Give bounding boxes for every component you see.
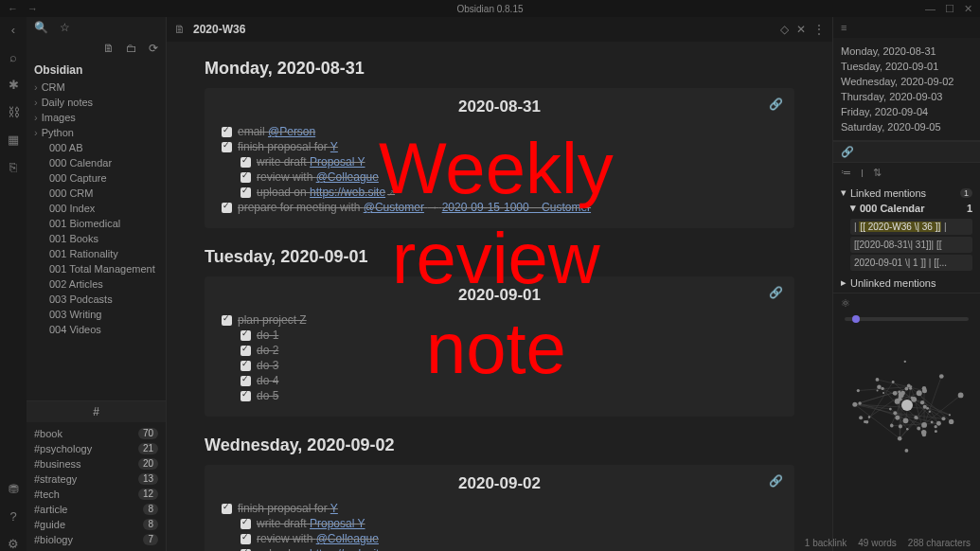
outline-item[interactable]: Monday, 2020-08-31	[841, 44, 972, 59]
embed-link-icon[interactable]: 🔗	[769, 474, 783, 488]
embed-block: 🔗2020-08-31email @Personfinish proposal …	[205, 88, 794, 228]
task-checkbox[interactable]	[241, 187, 251, 198]
outline-item[interactable]: Thursday, 2020-09-03	[841, 89, 972, 104]
task-checkbox[interactable]	[222, 203, 232, 213]
quick-open-icon[interactable]: ⌕	[9, 50, 17, 64]
tree-file[interactable]: 000 CRM	[27, 186, 166, 201]
template-icon[interactable]: ⎘	[9, 160, 17, 174]
tree-folder[interactable]: Python	[27, 125, 166, 140]
tree-file[interactable]: 001 Rationality	[27, 246, 166, 261]
window-max-icon[interactable]: ☐	[945, 3, 954, 15]
outline-item[interactable]: Friday, 2020-09-04	[841, 104, 972, 119]
task-checkbox[interactable]	[241, 376, 251, 386]
internal-link[interactable]: https://web.site	[310, 186, 385, 199]
tree-file[interactable]: 001 Biomedical	[27, 216, 166, 231]
graph-panel[interactable]: ⚛	[833, 293, 980, 551]
internal-link[interactable]: Proposal Y	[310, 517, 365, 530]
local-graph[interactable]	[833, 325, 980, 467]
settings-icon[interactable]: ⚙	[8, 537, 19, 551]
task-checkbox[interactable]	[241, 391, 251, 401]
tree-file[interactable]: 002 Articles	[27, 276, 166, 292]
tree-file[interactable]: 004 Videos	[27, 322, 166, 337]
window-min-icon[interactable]: —	[925, 3, 935, 15]
mention-match[interactable]: [[2020-08-31\| 31]]| [[	[850, 237, 972, 253]
internal-link[interactable]: 2020-09-15-1000 – Customer	[442, 201, 591, 214]
mention-match[interactable]: | [[ 2020-W36 \| 36 ]] |	[850, 219, 972, 235]
backlink-icon[interactable]: 🔗	[841, 146, 854, 158]
outline-item[interactable]: Saturday, 2020-09-05	[841, 119, 972, 134]
graph-config-icon[interactable]: ⚛	[841, 297, 850, 310]
tag-item[interactable]: #business20	[27, 456, 166, 471]
mention-file[interactable]: ▾000 Calendar 1	[841, 199, 972, 217]
tag-item[interactable]: #book70	[27, 426, 166, 441]
forward-icon[interactable]: →	[27, 3, 38, 14]
tree-folder[interactable]: Daily notes	[27, 95, 166, 110]
task-checkbox[interactable]	[241, 519, 251, 529]
tree-folder[interactable]: CRM	[27, 80, 166, 95]
embed-link-icon[interactable]: 🔗	[769, 98, 783, 111]
unlinked-mentions-header[interactable]: ▸Unlinked mentions	[841, 276, 972, 289]
tree-folder[interactable]: Images	[27, 110, 166, 125]
tag-item[interactable]: #article8	[27, 502, 166, 517]
internal-link[interactable]: @Customer	[364, 201, 424, 214]
collapse-icon[interactable]: ≔	[841, 167, 851, 179]
back-icon[interactable]: ←	[8, 3, 18, 14]
internal-link[interactable]: https://web.site	[310, 547, 385, 551]
internal-link[interactable]: Y	[330, 502, 338, 515]
graph-icon[interactable]: ✱	[9, 78, 19, 92]
internal-link[interactable]: Proposal Y	[310, 155, 365, 169]
window-close-icon[interactable]: ✕	[964, 3, 972, 15]
sort-icon[interactable]: ⇅	[873, 167, 882, 179]
outline-item[interactable]: Tuesday, 2020-09-01	[841, 59, 972, 74]
tree-file[interactable]: 000 AB	[27, 140, 166, 155]
internal-link[interactable]: @Colleague	[316, 532, 379, 545]
outline-tab-icon[interactable]: ≡	[841, 22, 846, 33]
tree-file[interactable]: 000 Calendar	[27, 155, 166, 170]
tab-title[interactable]: 2020-W36	[193, 23, 773, 36]
graph-depth-slider[interactable]	[845, 317, 969, 321]
new-file-icon[interactable]: 🗎	[103, 42, 115, 55]
internal-link[interactable]: Y	[330, 140, 338, 153]
tag-item[interactable]: #psychology21	[27, 441, 166, 456]
tag-item[interactable]: #tech12	[27, 487, 166, 502]
tree-file[interactable]: 001 Total Management	[27, 261, 166, 276]
outline-item[interactable]: Wednesday, 2020-09-02	[841, 74, 972, 89]
tree-file[interactable]: 001 Books	[27, 231, 166, 246]
task-checkbox[interactable]	[241, 330, 251, 341]
tag-item[interactable]: #strategy13	[27, 471, 166, 487]
tab-close-icon[interactable]: ✕	[796, 23, 806, 36]
tab-pin-icon[interactable]: ◇	[780, 23, 789, 36]
tree-file[interactable]: 000 Capture	[27, 170, 166, 186]
tag-item[interactable]: #biology7	[27, 532, 166, 547]
mention-match[interactable]: 2020-09-01 \| 1 ]] | [[...	[850, 255, 972, 271]
task-checkbox[interactable]	[222, 504, 232, 514]
search-icon[interactable]: 🔍	[34, 21, 48, 34]
vault-icon[interactable]: ⛃	[9, 482, 19, 496]
help-icon[interactable]: ?	[9, 509, 16, 524]
task-checkbox[interactable]	[222, 142, 232, 152]
tree-file[interactable]: 003 Podcasts	[27, 292, 166, 307]
daily-note-icon[interactable]: ▦	[8, 133, 19, 147]
embed-link-icon[interactable]: 🔗	[769, 286, 783, 299]
task-checkbox[interactable]	[222, 127, 232, 137]
task-checkbox[interactable]	[222, 315, 232, 326]
star-icon[interactable]: ☆	[60, 21, 70, 34]
nav-back-icon[interactable]: ‹	[11, 23, 15, 37]
task-checkbox[interactable]	[241, 534, 251, 544]
sort-icon[interactable]: ⟳	[149, 42, 158, 55]
new-folder-icon[interactable]: 🗀	[126, 42, 137, 55]
task-checkbox[interactable]	[241, 361, 251, 371]
svg-point-41	[939, 374, 944, 379]
task-checkbox[interactable]	[241, 346, 251, 356]
task-checkbox[interactable]	[241, 172, 251, 183]
tree-file[interactable]: 000 Index	[27, 201, 166, 216]
internal-link[interactable]: @Person	[268, 125, 315, 138]
word-icon[interactable]: I	[861, 168, 864, 179]
internal-link[interactable]: @Colleague	[316, 170, 379, 184]
task-checkbox[interactable]	[241, 157, 251, 168]
tab-more-icon[interactable]: ⋮	[813, 23, 825, 36]
tree-file[interactable]: 003 Writing	[27, 307, 166, 322]
linked-mentions-header[interactable]: ▾Linked mentions 1	[841, 187, 972, 199]
tag-item[interactable]: #guide8	[27, 517, 166, 532]
link-icon[interactable]: ⛓	[8, 105, 20, 119]
